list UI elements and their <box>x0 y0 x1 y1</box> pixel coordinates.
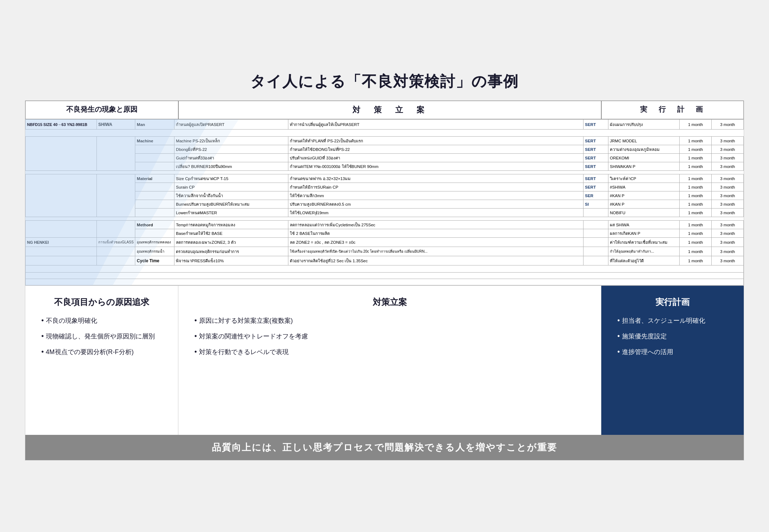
person-m3: SERT <box>584 154 608 162</box>
cause-mat3: ใช้ความลึกจากน้ำถึงกันน้ำ <box>174 191 288 200</box>
cause-meth2: Baseกำหนดให้ใช้2 BASE <box>174 229 288 238</box>
cause-meth1: Tempการตลอดหมูกิจการหลอมลง <box>174 221 288 229</box>
mo1-mat4: 1 month <box>680 200 712 209</box>
bottom-middle-item-1: 原因に対する対策案立案(複数案) <box>194 315 588 326</box>
spacer-row2 <box>26 171 744 174</box>
header-left: 不良発生の現象と原因 <box>25 101 178 119</box>
bottom-left-item-3: 4M視点での要因分析(R-F分析) <box>41 346 166 357</box>
bottom-right-item-3: 進捗管理への活用 <box>617 346 731 357</box>
plan-m1: JRMC MODEL <box>608 137 680 145</box>
category-machine: Machine <box>135 137 174 145</box>
header-section: 不良発生の現象と原因 対 策 立 案 実 行 計 画 <box>25 101 744 119</box>
mo2-m2: 3 month <box>712 145 744 154</box>
mo1-zone: 1 month <box>680 238 712 247</box>
cm-machine2: กำหนดให้ใช้DBONGใหม่ที่PS-22 <box>288 145 584 154</box>
mo2-m1: 3 month <box>712 137 744 145</box>
spacer-row3 <box>26 217 744 221</box>
mo2-zone: 3 month <box>712 238 744 247</box>
page: タイ人による「不良対策検討」の事例 不良発生の現象と原因 対 策 立 案 実 行… <box>11 61 758 471</box>
cm-machine3: ปรับตำแหน่งGUIDที่ 33องศา <box>288 154 584 162</box>
table-row-extra3 <box>26 279 744 285</box>
e3 <box>135 200 174 209</box>
e4 <box>135 209 174 217</box>
cause-machine2: Dbongฝั่งที่PS-22 <box>174 145 288 154</box>
table-row-extra <box>26 265 744 273</box>
bottom-section: 不良項目からの原因追求 不良の現象明確化 現物確認し、発生個所や原因別に層別 4… <box>25 285 744 435</box>
company-cell: SHIWA <box>97 120 135 130</box>
mo1-mat1: 1 month <box>680 174 712 183</box>
category-material: Material <box>135 174 174 183</box>
empty-cat2 <box>135 154 174 162</box>
mo1-ct: 1 month <box>680 256 712 265</box>
bottom-left: 不良項目からの原因追求 不良の現象明確化 現物確認し、発生個所や原因別に層別 4… <box>25 285 178 435</box>
person-zone <box>584 238 608 247</box>
header-middle: 対 策 立 案 <box>178 101 601 119</box>
mo2-mat3: 3 month <box>712 191 744 200</box>
plan-mat4: #KAN P <box>608 200 680 209</box>
cm-meth1: ลดการหลอมแต่ว่าการเพิ่มCycletimeเป็น 275… <box>288 221 584 229</box>
person-meth2 <box>584 229 608 238</box>
mo2-meth2: 3 month <box>712 229 744 238</box>
person-mat2: SERT <box>584 183 608 191</box>
table-row: Material Size CpกำหนดขนาดCP T-15 กำหนดขน… <box>26 174 744 183</box>
cause-machine3: Guidกำหนดที่33องศา <box>174 154 288 162</box>
bottom-left-item-2: 現物確認し、発生個所や原因別に層別 <box>41 331 166 341</box>
person-m1: SERT <box>584 137 608 145</box>
cm-mat3: ให้ใช้ความลึก3mm <box>288 191 584 200</box>
footer-bar: 品質向上には、正しい思考プロセスで問題解決できる人を増やすことが重要 <box>25 435 744 460</box>
bottom-middle: 対策立案 原因に対する対策案立案(複数案) 対策案の関連性やトレードオフを考慮 … <box>178 285 601 435</box>
table-row: NG HENKEI การแข็งตัวของGLASS อุณหพฤติกรร… <box>26 238 744 247</box>
cm-water: ใช้เครื่องจ่ายอุณหพฤติวัดที่เปิด-ปิดแต่ว… <box>288 247 584 256</box>
empty-cat <box>135 145 174 154</box>
cm-zone: ลด ZONE2 = ±0c , ลด ZONE3 = ±0c <box>288 238 584 247</box>
bottom-left-list: 不良の現象明確化 現物確認し、発生個所や原因別に層別 4M視点での要因分析(R-… <box>38 315 166 357</box>
month2-man: 3 month <box>712 120 744 130</box>
table-row: Machine Machine PS-22เป็นเหล็ก กำหนดให้ท… <box>26 137 744 145</box>
footer-text: 品質向上には、正しい思考プロセスで問題解決できる人を増やすことが重要 <box>212 442 557 453</box>
bottom-middle-title: 対策立案 <box>191 296 588 308</box>
content-wrapper: 不良発生の現象と原因 対 策 立 案 実 行 計 画 NBFD15 SIZE 4… <box>25 100 744 460</box>
table-row: Methord Tempการตลอดหมูกิจการหลอมลง ลดการ… <box>26 221 744 229</box>
water-label: อุณหพฤติกรรมน้ำ <box>135 247 174 256</box>
cm-machine1: กำหนดให้ทำPLANที่ PS-22เป็นอันดับแรก <box>288 137 584 145</box>
cause-table: NBFD15 SIZE 40→63 YN2-9981B SHIWA Man กำ… <box>25 119 744 285</box>
cause-mat1: Size CpกำหนดขนาดCP T-15 <box>174 174 288 183</box>
bottom-right-item-1: 担当者、スケジュール明確化 <box>617 315 731 326</box>
table-row-extra2 <box>26 273 744 279</box>
ng-label: NG HENKEI <box>26 238 97 247</box>
bottom-middle-item-2: 対策案の関連性やトレードオフを考慮 <box>194 331 588 341</box>
cm-mat5: ให้ใช้LOWER∮19mm <box>288 209 584 217</box>
countermeasure-man: ทำการนำเปลี่ยนผู้ดูแลให้เป็นPRASERT <box>288 120 584 130</box>
mo2-m4: 3 month <box>712 162 744 171</box>
person-man: SERT <box>584 120 608 130</box>
e1 <box>135 183 174 191</box>
plan-meth2: ผลการเกิดKAN P <box>608 229 680 238</box>
cause-machine4: เปลี่ยน? BURNER100ปืน90mm <box>174 162 288 171</box>
person-mat5 <box>584 209 608 217</box>
cm-mat2: กำหนดให้มีการSURain CP <box>288 183 584 191</box>
mo2-meth1: 3 month <box>712 221 744 229</box>
table-row: NBFD15 SIZE 40→63 YN2-9981B SHIWA Man กำ… <box>26 120 744 130</box>
mo2-water: 3 month <box>712 247 744 256</box>
plan-water: กำให้อุณหพฤติมาทำกับกา... <box>608 247 680 256</box>
e8 <box>26 256 97 265</box>
cause-zone: ลดการทดลองเฉพาะZONE2, 3 ตัว <box>174 238 288 247</box>
cause-machine1: Machine PS-22เป็นเหล็ก <box>174 137 288 145</box>
header-right: 実 行 計 画 <box>601 101 744 119</box>
mo2-mat2: 3 month <box>712 183 744 191</box>
bottom-middle-item-3: 対策を行動できるレベルで表現 <box>194 346 588 357</box>
plan-m2: ความต่างของอุณหภูมิหลอม <box>608 145 680 154</box>
person-water <box>584 247 608 256</box>
category-man: Man <box>135 120 174 130</box>
spacer-row <box>26 130 744 137</box>
empty-c1 <box>26 174 97 217</box>
empty-d2 <box>97 221 135 238</box>
main-title: タイ人による「不良対策検討」の事例 <box>25 72 744 91</box>
plan-mat5: NOBIFU <box>608 209 680 217</box>
plan-meth1: ผส SHIWA <box>608 221 680 229</box>
e5 <box>135 229 174 238</box>
table-row: อุณหพฤติกรรมน้ำ ตรวจสอบอุณหพฤติกรรมก่อนท… <box>26 247 744 256</box>
plan-man: ผังแผนการปรับปรุง <box>608 120 680 130</box>
bottom-right: 実行計画 担当者、スケジュール明確化 施策優先度設定 進捗管理への活用 <box>601 285 744 435</box>
month1-man: 1 month <box>680 120 712 130</box>
